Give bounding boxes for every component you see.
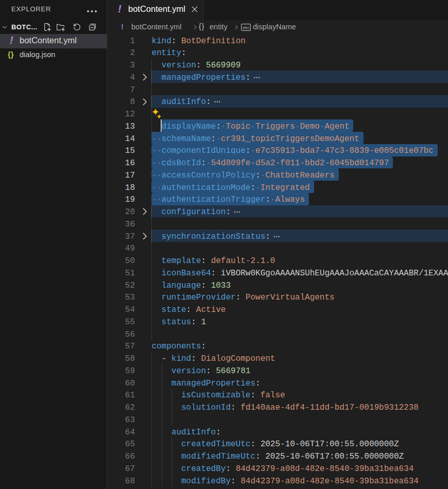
svg-text:abc: abc (243, 25, 249, 30)
